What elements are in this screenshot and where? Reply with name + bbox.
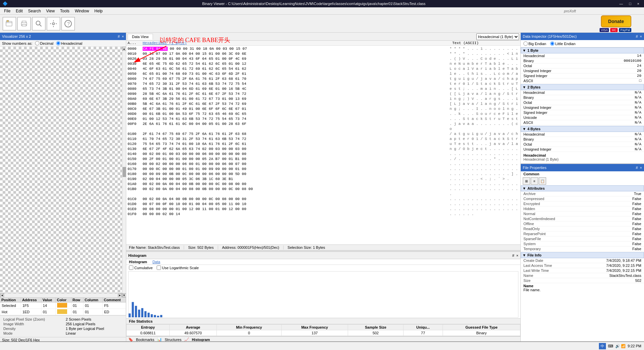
- hexadecimal-radio-label[interactable]: Hexadecimal: [56, 41, 83, 45]
- file-props-icon-2[interactable]: ≡: [531, 177, 538, 185]
- hex-data-row: 00D0 00 01 6B 01 00 0A 53 6F 75 72 63 65…: [128, 112, 519, 117]
- ime-button[interactable]: 中: [599, 343, 606, 349]
- density-value: 1 Byte per Logical Pixel: [66, 327, 123, 331]
- hex-bytes: 74 65 72 30 31 2F 53 74 61 63 6B 53 74 7…: [143, 81, 446, 86]
- cumulative-checkbox-label[interactable]: Cumulative: [129, 266, 153, 270]
- settings-button[interactable]: [47, 17, 60, 30]
- menu-help[interactable]: Help: [92, 8, 106, 14]
- open-button[interactable]: [3, 17, 16, 30]
- hex-data-row: 01B0 00 02 00 0A 00 04 00 08 00 0B 00 00…: [128, 187, 519, 197]
- menu-window[interactable]: Window: [72, 8, 92, 14]
- hist-pin[interactable]: #: [512, 253, 514, 257]
- hex-address: 00C0: [128, 107, 143, 112]
- file-info-header[interactable]: ▼ File Info: [521, 252, 644, 258]
- minimize-button[interactable]: —: [617, 2, 625, 6]
- file-props-close[interactable]: ×: [640, 166, 642, 170]
- scroll-thumb[interactable]: [123, 167, 126, 177]
- left-panel-pin[interactable]: #: [118, 34, 120, 38]
- big-endian-label[interactable]: Big Endian: [523, 41, 546, 46]
- stats-sample-size: 502: [348, 330, 403, 336]
- decimal-radio-label[interactable]: Decimal: [35, 41, 53, 45]
- hexadecimal-radio[interactable]: [56, 41, 60, 45]
- scroll-up[interactable]: ▲: [122, 47, 126, 51]
- hex-data-row: 0170 00 00 0C 00 00 00 01 00 01 00 09 09…: [128, 167, 519, 172]
- hex-view[interactable]: 0000 CA FE BA BE 00 00 00 31 00 18 0A 00…: [126, 46, 520, 244]
- log-scale-checkbox-label[interactable]: Use Logarithmic Scale: [157, 266, 199, 270]
- hex-bytes: 00 02 00 0A 00 04 00 08 00 0B 00 00 00 0…: [143, 187, 446, 197]
- svg-rect-12: [132, 302, 134, 317]
- svg-point-7: [52, 23, 54, 25]
- hex-address: 0170: [128, 167, 143, 172]
- attr-row: SparseFileFalse: [521, 236, 644, 241]
- logical-pixel-value: 2 Screen Pixels: [66, 317, 123, 321]
- hist-tab-data[interactable]: Data: [152, 260, 160, 264]
- menu-search[interactable]: Search: [25, 8, 43, 14]
- log-scale-checkbox[interactable]: [157, 266, 161, 270]
- file-props-icon-3[interactable]: 📋: [539, 177, 546, 185]
- hex-bytes: 00 02 00 0A 04 00 0B 00 00 00 0C 00 08 0…: [143, 197, 446, 202]
- hist-close[interactable]: ×: [516, 253, 518, 257]
- donate-button[interactable]: Donate: [601, 15, 631, 27]
- file-props-icon-1[interactable]: ⊞: [523, 177, 530, 185]
- hex-bytes: 01 00 12 53 74 61 63 6B 53 74 72 75 54 6…: [143, 117, 446, 122]
- taskbar: 中 ⌨ 🔊 📶 9:22 PM: [0, 341, 644, 350]
- search-button[interactable]: [32, 17, 45, 30]
- hex-address: 00A0: [128, 97, 143, 102]
- two-bytes-label: 2 Bytes: [527, 85, 540, 89]
- help-button[interactable]: ?: [61, 17, 75, 30]
- scroll-left[interactable]: ◄: [0, 294, 4, 298]
- attributes-header[interactable]: ▼ Attributes: [521, 185, 644, 191]
- two-bytes-header[interactable]: ▼ 2 Bytes: [521, 84, 644, 90]
- hex-address: 0090: [128, 92, 143, 97]
- hex-address: 0050: [128, 71, 143, 76]
- attr-row: ReadOnlyFalse: [521, 226, 644, 231]
- density-label: Density: [3, 327, 65, 331]
- left-panel-close[interactable]: ×: [122, 34, 124, 38]
- little-endian-radio[interactable]: [550, 41, 554, 46]
- system-tray: 🔊 📶: [615, 344, 626, 348]
- svg-rect-15: [141, 308, 143, 317]
- hex-bytes: 75 54 65 73 74 74 01 00 10 6A 61 76 61 2…: [143, 142, 446, 147]
- close-button[interactable]: ×: [635, 2, 641, 6]
- menu-tools[interactable]: Tools: [57, 8, 72, 14]
- center-panel: 以特定的 CAFE BABE开头 Data View Hexadecimal (…: [126, 33, 520, 343]
- menu-file[interactable]: File: [1, 8, 13, 14]
- tab-data-view[interactable]: Data View: [128, 34, 153, 40]
- hex-bytes: 28 5B 4C 6A 61 76 61 2F 6C 61 6E 67 2F 5…: [143, 92, 446, 97]
- hex-section-label: Hexadecimal: [523, 153, 641, 157]
- ascii-row-2byte: ASCIIN/A: [521, 120, 644, 125]
- hex-data-row: 0160 00 00 02 00 00 00 06 00 01 00 00 00…: [128, 162, 519, 167]
- cumulative-checkbox[interactable]: [129, 266, 133, 270]
- scroll-down[interactable]: ▼: [122, 293, 126, 297]
- maximize-button[interactable]: □: [627, 2, 633, 6]
- taskbar-right: 中 ⌨ 🔊 📶 9:22 PM: [599, 343, 641, 349]
- filename-status: File Name: StackStruTest.class: [129, 245, 180, 249]
- view-dropdown[interactable]: Hexadecimal (1 Byte): [476, 33, 519, 40]
- four-bytes-header[interactable]: ▼ 4 Bytes: [521, 126, 644, 132]
- selection-status: Selection Size: 1 Bytes: [288, 245, 325, 249]
- two-bytes-section: ▼ 2 Bytes HexadecimalN/A BinaryN/A Octal…: [521, 83, 644, 125]
- hex-address: 01C0: [128, 197, 143, 202]
- one-byte-header[interactable]: ▼ 1 Byte: [521, 47, 644, 53]
- menu-edit[interactable]: Edit: [13, 8, 25, 14]
- menu-view[interactable]: View: [43, 8, 57, 14]
- print-button[interactable]: [17, 17, 31, 30]
- hex-data-row: 0180 00 00 09 00 0B 00 0C 00 00 00 06 00…: [128, 172, 519, 177]
- hex-data-row: 01A0 00 02 00 0A 00 04 00 0B 00 00 00 0C…: [128, 182, 519, 187]
- stats-col-average: Average: [169, 325, 216, 330]
- hex-section-sub: Hexadecimal (1 Byte): [523, 157, 641, 161]
- hist-tab-histogram[interactable]: Histogram: [129, 260, 147, 264]
- little-endian-label[interactable]: Little Endian: [550, 41, 576, 46]
- svg-rect-20: [157, 316, 159, 317]
- ascii-header: Text (ASCII): [452, 41, 519, 45]
- hex-bytes: 61 70 74 65 72 30 31 2F 53 74 61 63 6B 5…: [143, 137, 446, 142]
- inspector-pin[interactable]: #: [636, 34, 638, 38]
- file-info-row: Size502: [521, 278, 644, 283]
- scroll-right[interactable]: ►: [118, 294, 122, 298]
- file-props-pin[interactable]: #: [636, 166, 638, 170]
- big-endian-radio[interactable]: [523, 41, 528, 46]
- inspector-close[interactable]: ×: [640, 34, 642, 38]
- visualizer-canvas: ▲ ▼ ◄ ►: [0, 47, 126, 297]
- decimal-radio[interactable]: [35, 41, 39, 45]
- octal-row-2byte: OctalN/A: [521, 100, 644, 105]
